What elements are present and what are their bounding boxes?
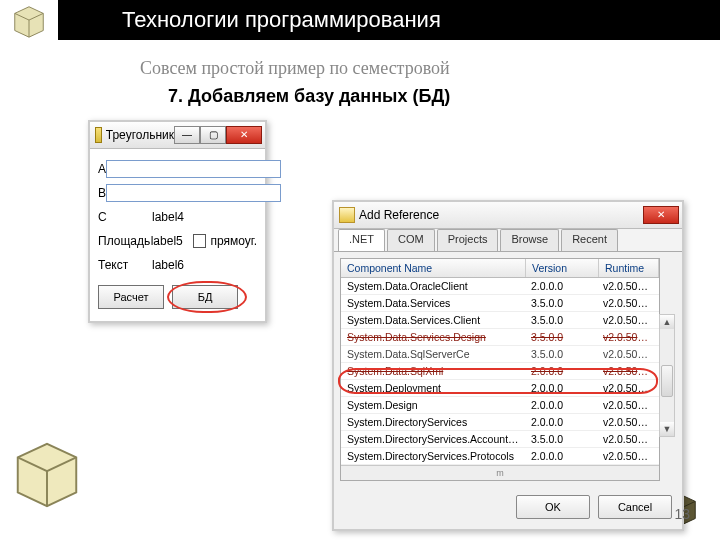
tab-projects[interactable]: Projects [437, 229, 499, 251]
grid-row[interactable]: System.Data.Services.Design3.5.0.0v2.0.5… [341, 329, 659, 346]
dialog-tabs: .NETCOMProjectsBrowseRecent [334, 229, 682, 252]
grid-row[interactable]: System.Data.Services.Client3.5.0.0v2.0.5… [341, 312, 659, 329]
page-number: 13 [674, 506, 690, 522]
grid-row[interactable]: System.Data.SqlServerCe3.5.0.0v2.0.50727 [341, 346, 659, 363]
value-c: label4 [152, 210, 184, 224]
col-version[interactable]: Version [526, 259, 599, 277]
cancel-button[interactable]: Cancel [598, 495, 672, 519]
grid-header[interactable]: Component Name Version Runtime [341, 259, 659, 278]
scroll-down-button[interactable]: ▼ [660, 422, 674, 436]
grid-row[interactable]: System.Deployment2.0.0.0v2.0.50727 [341, 380, 659, 397]
minimize-button[interactable]: — [174, 126, 200, 144]
ok-button[interactable]: OK [516, 495, 590, 519]
vertical-scrollbar[interactable]: ▲ ▼ [659, 314, 675, 437]
grid-row[interactable]: System.DirectoryServices.AccountMana...3… [341, 431, 659, 448]
grid-row[interactable]: System.Data.OracleClient2.0.0.0v2.0.5072… [341, 278, 659, 295]
tab-browse[interactable]: Browse [500, 229, 559, 251]
value-area: label5 [151, 234, 183, 248]
label-a: A [98, 162, 106, 176]
scroll-thumb[interactable] [661, 365, 673, 397]
dialog-button-row: OK Cancel [334, 487, 682, 529]
reference-grid[interactable]: Component Name Version Runtime System.Da… [340, 258, 660, 481]
calc-button[interactable]: Расчет [98, 285, 164, 309]
window-buttons: — ▢ ✕ [174, 126, 262, 144]
tab-com[interactable]: COM [387, 229, 435, 251]
label-c: C [98, 210, 152, 224]
app-window: Треугольник — ▢ ✕ A B Clabel4 Площадь la… [88, 120, 267, 323]
input-a[interactable] [106, 160, 281, 178]
tab-recent[interactable]: Recent [561, 229, 618, 251]
input-b[interactable] [106, 184, 281, 202]
label-right-angle: прямоуг. [210, 234, 257, 248]
label-text: Текст [98, 258, 152, 272]
dialog-close-button[interactable]: ✕ [643, 206, 679, 224]
value-text: label6 [152, 258, 184, 272]
label-area: Площадь [98, 234, 151, 248]
app-titlebar[interactable]: Треугольник — ▢ ✕ [90, 122, 265, 149]
app-body: A B Clabel4 Площадь label5 прямоуг. Текс… [90, 149, 265, 321]
tab-net[interactable]: .NET [338, 229, 385, 251]
app-title: Треугольник [106, 128, 174, 142]
dialog-icon [339, 207, 355, 223]
add-reference-dialog: Add Reference ✕ .NETCOMProjectsBrowseRec… [332, 200, 684, 531]
grid-row[interactable]: System.DirectoryServices2.0.0.0v2.0.5072… [341, 414, 659, 431]
step-title: 7. Добавляем базу данных (БД) [168, 86, 450, 107]
grid-row[interactable]: System.DirectoryServices.Protocols2.0.0.… [341, 448, 659, 465]
checkbox-right-angle[interactable] [193, 234, 207, 248]
scroll-thumb-label: m [496, 468, 504, 478]
slide: { "header": { "title": "Технологии прогр… [0, 0, 720, 540]
dialog-titlebar[interactable]: Add Reference ✕ [334, 202, 682, 229]
grid-row[interactable]: System.Data.Services3.5.0.0v2.0.50727 [341, 295, 659, 312]
horizontal-scrollbar[interactable]: m [341, 465, 659, 480]
label-b: B [98, 186, 106, 200]
grid-row[interactable]: System.Design2.0.0.0v2.0.50727 [341, 397, 659, 414]
scroll-up-button[interactable]: ▲ [660, 315, 674, 329]
slide-title: Технологии программирования [58, 0, 720, 40]
maximize-button[interactable]: ▢ [200, 126, 226, 144]
app-icon [95, 127, 102, 143]
dialog-window-buttons: ✕ [643, 206, 679, 224]
db-button-label: БД [198, 291, 213, 303]
close-button[interactable]: ✕ [226, 126, 262, 144]
db-button[interactable]: БД [172, 285, 238, 309]
dialog-title: Add Reference [359, 208, 643, 222]
col-runtime[interactable]: Runtime [599, 259, 659, 277]
cube-icon [10, 2, 48, 40]
grid-row[interactable]: System.Data.SqlXml2.0.0.0v2.0.50727 [341, 363, 659, 380]
slide-subtitle: Совсем простой пример по семестровой [140, 58, 450, 79]
cube-icon [8, 434, 86, 512]
col-component-name[interactable]: Component Name [341, 259, 526, 277]
